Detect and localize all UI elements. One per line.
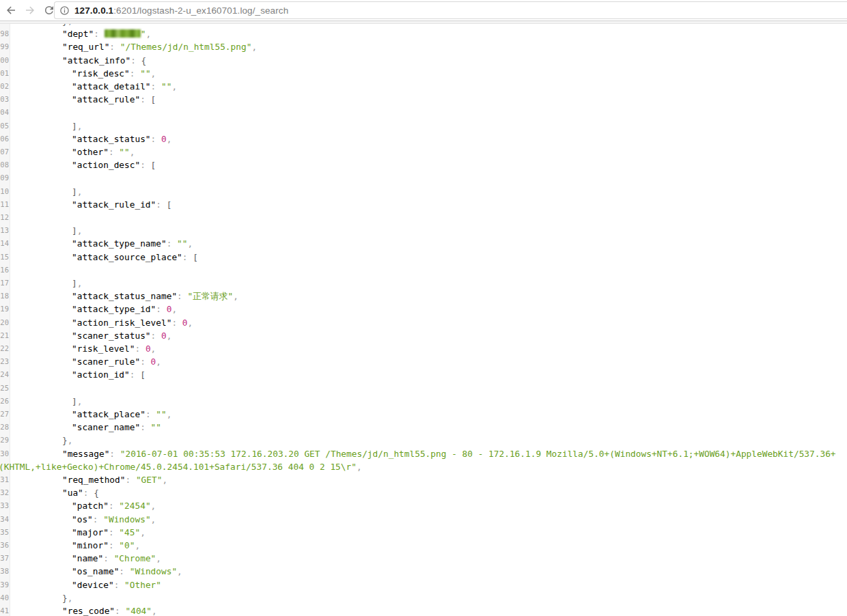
code-text: "attack_info": {	[62, 54, 146, 67]
line-number: 117	[0, 277, 9, 290]
code-text: ],	[72, 120, 82, 132]
line-number: 127	[0, 408, 9, 421]
code-text: "os_name": "Windows",	[72, 565, 182, 578]
code-line-115: 115"attack_source_place": [	[0, 251, 847, 264]
code-line-140: 140},	[0, 591, 847, 605]
line-number: 136	[0, 539, 9, 552]
code-text: "action_desc": [	[72, 158, 156, 171]
line-number: 108	[0, 158, 9, 171]
code-line-113: 113],	[0, 224, 847, 238]
code-text: ],	[72, 224, 82, 237]
code-text: "attack_status": 0,	[72, 132, 171, 145]
code-line-138: 138"os_name": "Windows",	[0, 565, 847, 578]
redacted-value-blur	[105, 29, 141, 38]
code-text: "attack_detail": "",	[72, 80, 177, 93]
code-line-120: 120"action_risk_level": 0,	[0, 316, 847, 330]
line-number: 114	[0, 237, 9, 250]
code-line-99: 99"req_url": "/Themes/jd/n_html55.png",	[0, 40, 847, 54]
code-line-98: 98"dept": ",	[0, 27, 847, 41]
code-text: "attack_rule": [	[72, 93, 156, 106]
code-line-118: 118"attack_status_name": "正常请求",	[0, 290, 847, 303]
code-line-128: 128"scaner_name": ""	[0, 421, 847, 434]
code-line-109: 109	[0, 171, 847, 185]
code-text: "req_url": "/Themes/jd/n_html55.png",	[62, 40, 257, 53]
back-arrow-icon	[5, 4, 17, 16]
line-number: 126	[0, 395, 9, 408]
info-icon[interactable]	[59, 5, 70, 16]
line-number: 115	[0, 251, 9, 264]
line-number: 134	[0, 513, 9, 526]
line-number: 105	[0, 120, 9, 132]
code-line-116: 116	[0, 264, 847, 277]
line-number: 121	[0, 329, 9, 342]
code-text: "minor": "0",	[72, 539, 140, 552]
code-text: "other": "",	[72, 145, 135, 158]
code-text: "res_code": "404",	[62, 604, 157, 616]
line-number: 104	[0, 106, 9, 119]
code-text: ],	[72, 185, 82, 198]
forward-button[interactable]	[22, 2, 38, 18]
line-number: 107	[0, 145, 9, 158]
line-number: 119	[0, 303, 9, 316]
forward-arrow-icon	[24, 4, 36, 16]
code-text: "req_method": "GET",	[62, 473, 167, 486]
code-text: "action_risk_level": 0,	[72, 316, 193, 329]
code-line-112: 112	[0, 211, 847, 225]
code-line-132: 132"ua": {	[0, 486, 847, 500]
code-text: "dept": ",	[62, 27, 151, 40]
code-line-124: 124"action_id": [	[0, 368, 847, 382]
code-line-107: 107"other": "",	[0, 145, 847, 159]
code-line-139: 139"device": "Other"	[0, 578, 847, 592]
code-line-114: 114"attack_type_name": "",	[0, 237, 847, 251]
code-text: "patch": "2454",	[72, 499, 156, 512]
code-text: },	[62, 434, 72, 447]
code-line-103: 103"attack_rule": [	[0, 93, 847, 107]
line-number: 109	[0, 171, 9, 184]
code-line-110: 110],	[0, 185, 847, 199]
line-number: 102	[0, 80, 9, 93]
line-number: 125	[0, 382, 9, 395]
code-line-111: 111"attack_rule_id": [	[0, 198, 847, 212]
line-number: 113	[0, 224, 9, 237]
code-text: "message": "2016-07-01 00:35:53 172.16.2…	[62, 447, 836, 460]
code-text: "risk_desc": "",	[72, 67, 156, 80]
code-line-129: 129},	[0, 434, 847, 447]
line-number: 140	[0, 591, 9, 604]
line-number: 112	[0, 211, 9, 224]
code-line-108: 108"action_desc": [	[0, 158, 847, 172]
code-line-131: 131"req_method": "GET",	[0, 473, 847, 487]
code-text: },	[62, 591, 72, 604]
code-text: "attack_place": "",	[72, 408, 171, 421]
code-text: "os": "Windows",	[72, 513, 156, 526]
line-number: 137	[0, 552, 9, 565]
line-number: 135	[0, 526, 9, 539]
code-line-135: 135"major": "45",	[0, 526, 847, 540]
code-text: "scaner_name": ""	[72, 421, 161, 434]
code-line-104: 104	[0, 106, 847, 120]
line-number: 118	[0, 290, 9, 303]
line-number: 106	[0, 132, 9, 145]
code-line-125: 125	[0, 382, 847, 395]
code-line-137: 137"name": "Chrome",	[0, 552, 847, 565]
code-text: "action_id": [	[72, 368, 145, 381]
code-line-101: 101"risk_desc": "",	[0, 67, 847, 81]
line-number: 98	[0, 27, 9, 40]
line-number: 141	[0, 604, 9, 616]
code-line-106: 106"attack_status": 0,	[0, 132, 847, 146]
code-text: "scaner_status": 0,	[72, 329, 171, 342]
line-number: 122	[0, 342, 9, 355]
line-number: 139	[0, 578, 9, 591]
code-line-100: 100"attack_info": {	[0, 54, 847, 68]
line-number: 128	[0, 421, 9, 434]
code-text: "attack_rule_id": [	[72, 198, 171, 211]
line-number: 99	[0, 40, 9, 53]
code-line-127: 127"attack_place": "",	[0, 408, 847, 421]
code-line-117: 117],	[0, 277, 847, 290]
address-bar[interactable]: 127.0.0.1:6201/logstash-2-u_ex160701.log…	[54, 1, 847, 19]
browser-toolbar: 127.0.0.1:6201/logstash-2-u_ex160701.log…	[0, 0, 847, 21]
line-number: 111	[0, 198, 9, 211]
code-line-126: 126],	[0, 395, 847, 408]
back-button[interactable]	[3, 2, 19, 18]
url-text: 127.0.0.1:6201/logstash-2-u_ex160701.log…	[74, 5, 288, 16]
code-line-102: 102"attack_detail": "",	[0, 80, 847, 94]
